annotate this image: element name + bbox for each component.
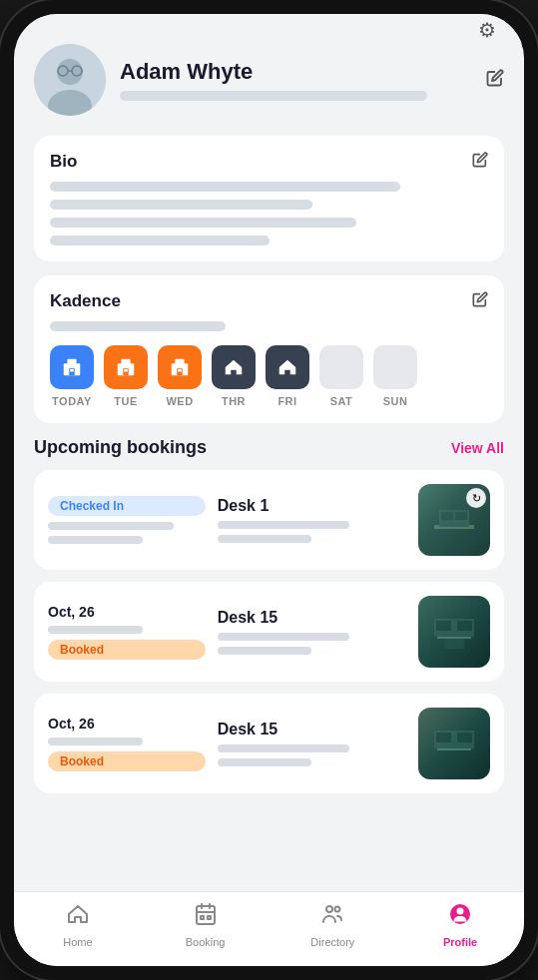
booking-skeleton-1 xyxy=(48,522,174,530)
svg-rect-27 xyxy=(436,621,451,631)
booking-desk-sk-2b xyxy=(218,647,312,655)
nav-booking[interactable]: Booking xyxy=(142,902,269,948)
profile-header: Adam Whyte xyxy=(34,44,504,116)
booking-left-1: Checked In xyxy=(48,496,206,544)
booking-desk-3: Desk 15 xyxy=(218,721,406,738)
profile-subtitle-skeleton xyxy=(120,91,427,101)
booking-desk-sk-3 xyxy=(218,744,349,752)
svg-rect-17 xyxy=(175,359,184,365)
refresh-icon-1[interactable]: ↻ xyxy=(466,488,486,508)
booking-desk-1: Desk 1 xyxy=(218,497,406,515)
day-icon-sun xyxy=(373,345,417,389)
nav-directory[interactable]: Directory xyxy=(269,902,397,948)
booking-date-sk-3 xyxy=(48,737,143,745)
bio-line-1 xyxy=(50,182,400,192)
svg-rect-8 xyxy=(69,368,75,375)
profile-edit-icon[interactable] xyxy=(486,69,504,91)
booking-middle-1: Desk 1 xyxy=(218,497,406,543)
profile-info: Adam Whyte xyxy=(120,59,504,101)
booking-img-3 xyxy=(418,708,490,779)
svg-rect-18 xyxy=(177,368,183,375)
booking-middle-2: Desk 15 xyxy=(218,609,406,655)
day-label-wed: WED xyxy=(166,395,193,407)
nav-profile-label: Profile xyxy=(443,936,477,948)
booking-date-sk-2 xyxy=(48,626,143,634)
booking-card-2[interactable]: Oct, 26 Booked Desk 15 xyxy=(34,582,504,682)
bio-line-4 xyxy=(50,236,269,245)
bio-line-2 xyxy=(50,200,312,210)
day-tue[interactable]: TUE xyxy=(104,345,148,407)
svg-rect-15 xyxy=(126,369,128,372)
day-label-tue: TUE xyxy=(114,395,138,407)
svg-rect-28 xyxy=(457,621,472,631)
bio-line-3 xyxy=(50,218,356,228)
day-thr[interactable]: THR xyxy=(212,345,256,407)
nav-profile[interactable]: Profile xyxy=(396,902,524,948)
booking-desk-sk-2 xyxy=(218,633,349,641)
bio-section: Bio xyxy=(34,136,504,261)
bookings-title: Upcoming bookings xyxy=(34,437,207,458)
nav-booking-label: Booking xyxy=(186,936,226,948)
nav-home-label: Home xyxy=(63,936,92,948)
svg-point-40 xyxy=(326,906,332,912)
day-today[interactable]: TODAY xyxy=(50,345,94,407)
booking-desk-2: Desk 15 xyxy=(218,609,406,627)
booking-desk-sk-1 xyxy=(218,521,349,529)
svg-rect-24 xyxy=(455,512,467,520)
main-content: Adam Whyte Bio xyxy=(14,44,524,891)
bookings-header: Upcoming bookings View All xyxy=(34,437,504,458)
kadence-edit-icon[interactable] xyxy=(472,291,488,311)
kadence-subtitle-skeleton xyxy=(50,321,226,331)
kadence-section: Kadence xyxy=(34,275,504,423)
days-row: TODAY TUE xyxy=(50,345,488,407)
booking-img-2 xyxy=(418,596,490,668)
svg-rect-23 xyxy=(441,512,453,520)
booking-icon xyxy=(194,902,218,932)
nav-directory-label: Directory xyxy=(310,936,354,948)
booking-img-inner-2 xyxy=(418,596,490,668)
booking-skeleton-1b xyxy=(48,536,143,544)
home-icon xyxy=(66,902,90,932)
phone-frame: ⚙ Adam W xyxy=(0,0,538,980)
booking-left-3: Oct, 26 Booked xyxy=(48,716,206,771)
day-icon-today xyxy=(50,345,94,389)
day-sun[interactable]: SUN xyxy=(373,345,417,407)
profile-name: Adam Whyte xyxy=(120,59,504,85)
svg-rect-20 xyxy=(180,369,182,372)
booking-middle-3: Desk 15 xyxy=(218,721,406,766)
nav-home[interactable]: Home xyxy=(14,902,142,948)
svg-rect-19 xyxy=(178,369,180,372)
day-icon-wed xyxy=(158,345,202,389)
booking-desk-sk-3b xyxy=(218,758,312,766)
day-icon-fri xyxy=(266,345,309,389)
svg-point-1 xyxy=(57,59,83,85)
bio-skeleton-group xyxy=(50,182,488,245)
booking-date-2: Oct, 26 xyxy=(48,604,206,620)
kadence-title: Kadence xyxy=(50,291,488,311)
day-label-thr: THR xyxy=(222,395,246,407)
booking-img-inner-3 xyxy=(418,708,490,779)
day-fri[interactable]: FRI xyxy=(266,345,309,407)
booking-card-1[interactable]: Checked In Desk 1 xyxy=(34,470,504,570)
bio-edit-icon[interactable] xyxy=(472,152,488,172)
svg-rect-38 xyxy=(201,916,204,919)
booking-card-3[interactable]: Oct, 26 Booked Desk 15 xyxy=(34,694,504,793)
svg-rect-39 xyxy=(208,916,211,919)
svg-rect-12 xyxy=(121,359,130,365)
svg-point-43 xyxy=(457,908,464,915)
day-sat[interactable]: SAT xyxy=(319,345,363,407)
svg-rect-10 xyxy=(72,369,74,372)
day-icon-sat xyxy=(319,345,363,389)
svg-rect-9 xyxy=(70,369,72,372)
settings-icon[interactable]: ⚙ xyxy=(478,18,500,40)
booking-img-1: ↻ xyxy=(418,484,490,556)
directory-icon xyxy=(320,902,344,932)
view-all-button[interactable]: View All xyxy=(451,440,504,456)
booking-badge-2: Booked xyxy=(48,640,206,660)
svg-rect-32 xyxy=(436,733,451,742)
day-wed[interactable]: WED xyxy=(158,345,202,407)
screen: ⚙ Adam W xyxy=(14,14,524,966)
day-label-today: TODAY xyxy=(52,395,92,407)
booking-badge-3: Booked xyxy=(48,751,206,771)
day-icon-thr xyxy=(212,345,256,389)
